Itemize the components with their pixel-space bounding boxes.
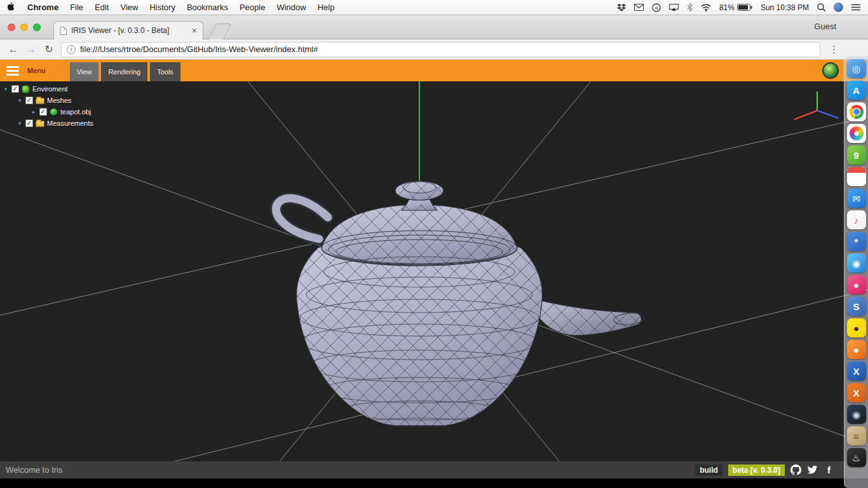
back-button[interactable]: ←: [8, 44, 19, 55]
checkbox-meshes[interactable]: ✓: [25, 97, 33, 104]
folder-icon: [36, 121, 44, 127]
apple-logo-icon[interactable]: [8, 3, 16, 12]
bottom-strip: [0, 478, 868, 488]
airplay-icon[interactable]: [669, 4, 679, 11]
facebook-icon[interactable]: f: [824, 464, 834, 475]
dock-icon-music[interactable]: ♪: [847, 210, 866, 229]
dock-icon-calendar[interactable]: [847, 167, 866, 186]
statusbar-right: build beta [v. 0.3.0] f: [695, 464, 862, 476]
tab-title: IRIS Viewer - [v. 0.3.0 - Beta]: [71, 26, 169, 35]
iris-toolbar: Menu View Rendering Tools: [0, 60, 868, 81]
wifi-icon[interactable]: [701, 4, 711, 11]
reload-button[interactable]: ↻: [43, 43, 55, 55]
environment-icon: [22, 85, 30, 93]
tree-row-environment[interactable]: ▾ ✓ Enviroment: [1, 83, 93, 95]
build-label: build: [695, 464, 722, 476]
welcome-message: Welcome to Iris: [6, 465, 62, 475]
notification-center-icon[interactable]: [851, 4, 860, 11]
browser-tab[interactable]: IRIS Viewer - [v. 0.3.0 - Beta] ×: [53, 21, 203, 39]
tree-label: Meshes: [47, 97, 72, 104]
browser-tabstrip: IRIS Viewer - [v. 0.3.0 - Beta] × Guest: [0, 15, 868, 39]
journal-icon[interactable]: d: [652, 3, 661, 12]
window-controls: [8, 24, 41, 31]
tree-row-teapot[interactable]: ▸ ✓ teapot.obj: [1, 106, 93, 118]
dock-icon-pink-app[interactable]: ●: [847, 275, 866, 294]
viewport-3d[interactable]: ▾ ✓ Enviroment ▾ ✓ Meshes ▸ ✓ teapot.obj…: [0, 81, 868, 461]
menu-view[interactable]: View: [120, 3, 138, 12]
menu-edit[interactable]: Edit: [95, 3, 109, 12]
tab-close-icon[interactable]: ×: [192, 26, 197, 35]
checkbox-teapot[interactable]: ✓: [39, 108, 47, 116]
iris-statusbar: Welcome to Iris build beta [v. 0.3.0] f: [0, 461, 868, 478]
tree-label: Enviroment: [32, 85, 68, 93]
page-favicon: [60, 27, 67, 35]
mesh-icon: [50, 108, 58, 116]
dock-icon-chrome[interactable]: [847, 102, 866, 121]
expander-icon[interactable]: ▾: [17, 120, 23, 126]
dock-icon-steam[interactable]: ◉: [847, 405, 866, 424]
spotlight-icon[interactable]: [817, 3, 825, 11]
close-window-button[interactable]: [8, 24, 15, 31]
dock-icon-messages[interactable]: ◎: [847, 59, 866, 78]
dock-icon-iris-teapot[interactable]: ♨: [847, 448, 866, 467]
menu-file[interactable]: File: [70, 3, 83, 12]
tab-rendering[interactable]: Rendering: [101, 62, 147, 81]
page-info-icon[interactable]: i: [67, 45, 76, 54]
expander-icon[interactable]: ▾: [17, 97, 23, 104]
checkbox-measurements[interactable]: ✓: [25, 119, 33, 127]
dock: ◎A9✉♪*◉●S●●XX◉≡♨: [844, 56, 868, 488]
screen: Chrome File Edit View History Bookmarks …: [0, 0, 868, 488]
guest-profile-label[interactable]: Guest: [814, 22, 836, 31]
tree-label: Measurements: [47, 119, 93, 127]
dock-icon-slack[interactable]: S: [847, 297, 866, 316]
twitter-icon[interactable]: [807, 464, 818, 475]
beta-version-badge: beta [v. 0.3.0]: [728, 464, 785, 476]
menu-help[interactable]: Help: [318, 3, 335, 12]
menu-bookmarks[interactable]: Bookmarks: [187, 3, 228, 12]
tree-label: teapot.obj: [60, 108, 91, 116]
forward-button[interactable]: →: [25, 44, 37, 55]
menu-people[interactable]: People: [240, 3, 265, 12]
dropbox-icon[interactable]: [617, 4, 626, 11]
active-app-name[interactable]: Chrome: [27, 3, 58, 12]
dock-icon-archive[interactable]: ≡: [847, 426, 866, 445]
dock-icon-app-store[interactable]: A: [847, 81, 866, 100]
new-tab-button[interactable]: [208, 24, 231, 39]
url-omnibox[interactable]: i file:///Users/rtroe/Documents/GitHub/I…: [61, 42, 820, 57]
zoom-window-button[interactable]: [33, 24, 41, 31]
iris-tab-bar: View Rendering Tools: [70, 60, 180, 81]
menu-history[interactable]: History: [149, 3, 175, 12]
gmail-icon[interactable]: [634, 4, 644, 11]
tab-tools[interactable]: Tools: [150, 62, 180, 81]
tree-row-meshes[interactable]: ▾ ✓ Meshes: [1, 95, 93, 106]
dock-icon-safari[interactable]: ◉: [847, 254, 866, 273]
minimize-window-button[interactable]: [20, 24, 28, 31]
battery-percent: 81%: [719, 3, 735, 12]
checkbox-environment[interactable]: ✓: [11, 85, 19, 93]
dock-icon-nine[interactable]: 9: [847, 146, 866, 165]
menu-label[interactable]: Menu: [27, 67, 46, 74]
menubar-clock[interactable]: Sun 10:38 PM: [761, 3, 809, 12]
user-avatar[interactable]: [834, 3, 843, 12]
hamburger-menu-icon[interactable]: [6, 66, 19, 76]
bluetooth-icon[interactable]: [687, 3, 693, 11]
menu-window[interactable]: Window: [276, 3, 306, 12]
dock-icon-excel[interactable]: X: [847, 362, 866, 381]
tab-view[interactable]: View: [70, 62, 99, 81]
viewport-3d-scene[interactable]: [0, 81, 868, 461]
dock-icon-kakaotalk[interactable]: ●: [847, 318, 866, 337]
macos-menubar: Chrome File Edit View History Bookmarks …: [0, 0, 868, 15]
expander-icon[interactable]: ▸: [31, 109, 37, 115]
dock-icon-blue-app[interactable]: *: [847, 232, 866, 251]
url-text: file:///Users/rtroe/Documents/GitHub/Iri…: [80, 44, 318, 54]
tree-row-measurements[interactable]: ▾ ✓ Measurements: [1, 118, 93, 129]
battery-indicator[interactable]: 81%: [719, 3, 752, 12]
iris-logo: [822, 62, 839, 79]
dock-icon-photos[interactable]: [847, 124, 866, 143]
browser-menu-icon[interactable]: ⋮: [829, 44, 839, 55]
dock-icon-firefox[interactable]: ●: [847, 340, 866, 359]
github-icon[interactable]: [790, 464, 801, 475]
dock-icon-mail[interactable]: ✉: [847, 189, 866, 208]
dock-icon-orange-x[interactable]: X: [847, 383, 866, 402]
expander-icon[interactable]: ▾: [3, 86, 9, 92]
